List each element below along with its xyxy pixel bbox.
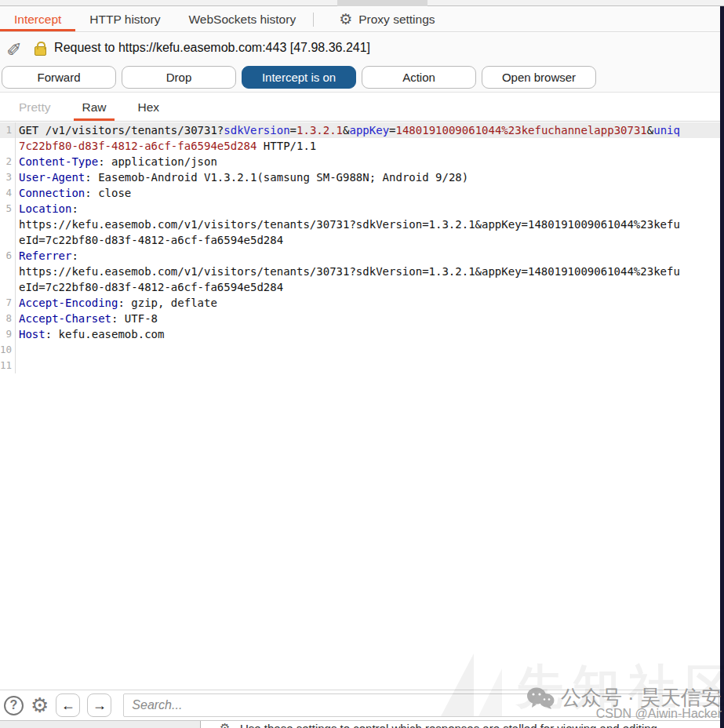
- line-number: 4: [0, 185, 16, 201]
- forward-button[interactable]: Forward: [2, 66, 116, 89]
- editor-row[interactable]: 7Accept-Encoding: gzip, deflate: [0, 295, 720, 311]
- drop-button[interactable]: Drop: [122, 66, 236, 89]
- lock-icon: [35, 46, 46, 56]
- code-line: https://kefu.easemob.com/v1/visitors/ten…: [16, 217, 680, 232]
- line-number: [0, 138, 16, 154]
- tab-proxy-settings[interactable]: ⚙ Proxy settings: [325, 7, 449, 31]
- code-line: Accept-Encoding: gzip, deflate: [16, 295, 217, 311]
- code-line: Location:: [16, 201, 78, 217]
- line-number: 7: [0, 295, 16, 311]
- tab-intercept[interactable]: Intercept: [0, 7, 75, 31]
- settings-peek-row: ⚙ Use these settings to control which re…: [0, 720, 724, 728]
- pencil-icon[interactable]: ✎: [6, 38, 22, 57]
- editor-row[interactable]: 11: [0, 358, 720, 373]
- code-line: 7c22bf80-d83f-4812-a6cf-fa6594e5d284 HTT…: [16, 138, 316, 154]
- search-bar: ? ⚙ ← →: [0, 690, 720, 720]
- request-editor[interactable]: 1GET /v1/visitors/tenants/30731?sdkVersi…: [0, 122, 720, 690]
- code-line: eId=7c22bf80-d83f-4812-a6cf-fa6594e5d284: [16, 232, 283, 248]
- line-number: 10: [0, 342, 16, 358]
- tab-http-history[interactable]: HTTP history: [75, 7, 174, 31]
- search-next-button[interactable]: →: [87, 693, 111, 717]
- editor-row[interactable]: 5Location:: [0, 201, 720, 217]
- editor-row[interactable]: 6Referrer:: [0, 248, 720, 264]
- code-line: Accept-Charset: UTF-8: [16, 311, 158, 326]
- tab-websockets-history[interactable]: WebSockets history: [174, 7, 310, 31]
- editor-row[interactable]: 2Content-Type: application/json: [0, 154, 720, 169]
- top-edge-strip: [0, 0, 724, 6]
- editor-row[interactable]: https://kefu.easemob.com/v1/visitors/ten…: [0, 217, 720, 232]
- request-title: Request to https://kefu.easemob.com:443 …: [54, 41, 370, 55]
- top-edge-notch: [337, 0, 427, 6]
- message-view-tabs: Pretty Raw Hex: [0, 93, 720, 122]
- code-line: User-Agent: Easemob-Android V1.3.2.1(sam…: [16, 169, 468, 185]
- gear-icon: ⚙: [339, 12, 352, 27]
- tab-hex[interactable]: Hex: [126, 93, 173, 121]
- search-settings-gear-icon[interactable]: ⚙: [31, 695, 49, 715]
- burp-proxy-intercept-window: Intercept HTTP history WebSockets histor…: [0, 0, 724, 728]
- line-number: 3: [0, 169, 16, 185]
- settings-peek-left-pane: [0, 721, 201, 728]
- editor-row[interactable]: 9Host: kefu.easemob.com: [0, 326, 720, 342]
- proxy-subtab-bar: Intercept HTTP history WebSockets histor…: [0, 7, 720, 32]
- editor-row[interactable]: 8Accept-Charset: UTF-8: [0, 311, 720, 326]
- editor-row[interactable]: eId=7c22bf80-d83f-4812-a6cf-fa6594e5d284: [0, 232, 720, 248]
- action-button[interactable]: Action: [362, 66, 476, 89]
- code-line: Referrer:: [16, 248, 78, 264]
- code-line: https://kefu.easemob.com/v1/visitors/ten…: [16, 264, 680, 279]
- tab-raw[interactable]: Raw: [69, 93, 118, 121]
- editor-rows: 1GET /v1/visitors/tenants/30731?sdkVersi…: [0, 122, 720, 373]
- tab-pretty[interactable]: Pretty: [6, 93, 63, 121]
- line-number: 2: [0, 154, 16, 169]
- line-number: 9: [0, 326, 16, 342]
- code-line: GET /v1/visitors/tenants/30731?sdkVersio…: [16, 122, 680, 138]
- line-number: [0, 232, 16, 248]
- editor-row[interactable]: 1GET /v1/visitors/tenants/30731?sdkVersi…: [0, 122, 720, 138]
- editor-row[interactable]: 7c22bf80-d83f-4812-a6cf-fa6594e5d284 HTT…: [0, 138, 720, 154]
- code-line: Connection: close: [16, 185, 131, 201]
- search-input[interactable]: [123, 693, 719, 717]
- line-number: [0, 264, 16, 279]
- settings-peek-text: Use these settings to control which resp…: [240, 722, 657, 728]
- code-line: [16, 358, 19, 373]
- code-line: Host: kefu.easemob.com: [16, 326, 164, 342]
- editor-row[interactable]: eId=7c22bf80-d83f-4812-a6cf-fa6594e5d284: [0, 279, 720, 295]
- line-number: 8: [0, 311, 16, 326]
- line-number: 5: [0, 201, 16, 217]
- help-icon[interactable]: ?: [4, 696, 24, 715]
- tab-proxy-settings-label: Proxy settings: [358, 13, 435, 27]
- line-number: 1: [0, 122, 16, 138]
- gear-icon: ⚙: [220, 722, 230, 728]
- request-info-bar: ✎ Request to https://kefu.easemob.com:44…: [0, 33, 720, 63]
- editor-row[interactable]: 10: [0, 342, 720, 358]
- line-number: [0, 279, 16, 295]
- line-number: 6: [0, 248, 16, 264]
- line-number: [0, 217, 16, 232]
- intercept-toggle-button[interactable]: Intercept is on: [242, 66, 356, 89]
- code-line: [16, 342, 19, 358]
- intercept-controls: Forward Drop Intercept is on Action Open…: [0, 63, 720, 93]
- open-browser-button[interactable]: Open browser: [482, 66, 596, 89]
- editor-row[interactable]: 4Connection: close: [0, 185, 720, 201]
- tab-divider: [313, 13, 314, 27]
- search-prev-button[interactable]: ←: [56, 693, 80, 717]
- line-number: 11: [0, 358, 16, 373]
- editor-row[interactable]: 3User-Agent: Easemob-Android V1.3.2.1(sa…: [0, 169, 720, 185]
- right-edge-bar: [720, 6, 724, 728]
- code-line: eId=7c22bf80-d83f-4812-a6cf-fa6594e5d284: [16, 279, 283, 295]
- editor-row[interactable]: https://kefu.easemob.com/v1/visitors/ten…: [0, 264, 720, 279]
- code-line: Content-Type: application/json: [16, 154, 217, 169]
